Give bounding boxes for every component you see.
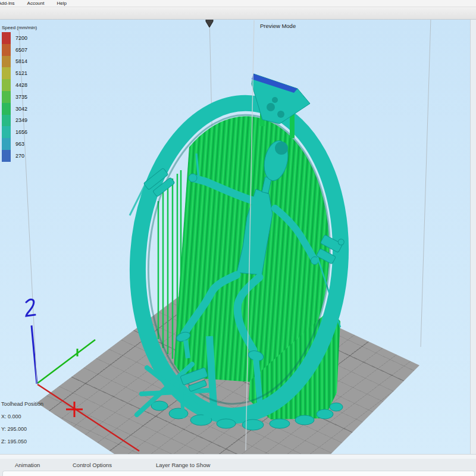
toolhead-position-readout: Toolhead Position X: 0.000 Y: 295.000 Z:… bbox=[1, 398, 43, 448]
legend-row: 4428 bbox=[2, 79, 37, 91]
legend-swatch bbox=[2, 138, 11, 150]
legend-title: Speed (mm/min) bbox=[2, 25, 37, 30]
legend-swatch bbox=[2, 44, 11, 56]
legend-swatch bbox=[2, 115, 11, 127]
toolhead-x-value: X: 0.000 bbox=[1, 411, 43, 423]
menu-item-add-ins[interactable]: Add-Ins bbox=[0, 1, 16, 6]
legend-value: 6507 bbox=[15, 47, 27, 53]
legend-value: 4428 bbox=[15, 82, 27, 88]
layer-range-section-label: Layer Range to Show bbox=[156, 462, 210, 468]
animation-section-label: Animation bbox=[15, 462, 40, 468]
legend-row: 270 bbox=[2, 150, 37, 162]
legend-value: 3042 bbox=[15, 106, 27, 112]
legend-swatch bbox=[2, 32, 11, 44]
legend-row: 2349 bbox=[2, 115, 37, 127]
legend-row: 6507 bbox=[2, 44, 37, 56]
controls-subpanel[interactable] bbox=[2, 471, 475, 476]
viewport-right-edge-strip bbox=[470, 19, 476, 454]
legend-row: 5814 bbox=[2, 56, 37, 68]
panel-divider bbox=[0, 455, 476, 459]
menu-item-account[interactable]: Account bbox=[26, 1, 46, 6]
legend-swatch bbox=[2, 91, 11, 103]
legend-value: 5814 bbox=[15, 58, 27, 64]
preview-controls-panel: Animation Control Options Layer Range to… bbox=[0, 454, 476, 476]
legend-row: 3042 bbox=[2, 103, 37, 115]
menu-item-help[interactable]: Help bbox=[55, 1, 67, 6]
legend-value: 7200 bbox=[15, 35, 27, 41]
toolhead-z-value: Z: 195.050 bbox=[1, 436, 43, 448]
legend-value: 963 bbox=[15, 141, 24, 147]
legend-swatch bbox=[2, 67, 11, 79]
legend-swatch bbox=[2, 103, 11, 115]
print-bed bbox=[0, 19, 476, 476]
legend-value: 1656 bbox=[15, 129, 27, 135]
toolbar-strip bbox=[0, 7, 476, 20]
legend-swatch bbox=[2, 150, 11, 162]
legend-value: 270 bbox=[15, 153, 24, 159]
legend-row: 3735 bbox=[2, 91, 37, 103]
control-options-section-label: Control Options bbox=[73, 462, 112, 468]
menu-bar: Add-Ins Account Help bbox=[0, 0, 476, 7]
viewport-3d[interactable] bbox=[0, 19, 476, 454]
legend-row: 1656 bbox=[2, 126, 37, 138]
legend-value: 5121 bbox=[15, 70, 27, 76]
legend-swatch bbox=[2, 126, 11, 138]
legend-row: 7200 bbox=[2, 32, 37, 44]
legend-value: 3735 bbox=[15, 94, 27, 100]
legend-swatch bbox=[2, 79, 11, 91]
legend-value: 2349 bbox=[15, 117, 27, 123]
preview-mode-label: Preview Mode bbox=[260, 23, 296, 29]
speed-legend: Speed (mm/min) 7200 6507 5814 5121 4428 … bbox=[2, 25, 37, 162]
toolhead-y-value: Y: 295.000 bbox=[1, 423, 43, 436]
legend-row: 963 bbox=[2, 138, 37, 150]
legend-row: 5121 bbox=[2, 67, 37, 79]
legend-swatch bbox=[2, 56, 11, 68]
toolhead-position-title: Toolhead Position bbox=[1, 398, 43, 411]
